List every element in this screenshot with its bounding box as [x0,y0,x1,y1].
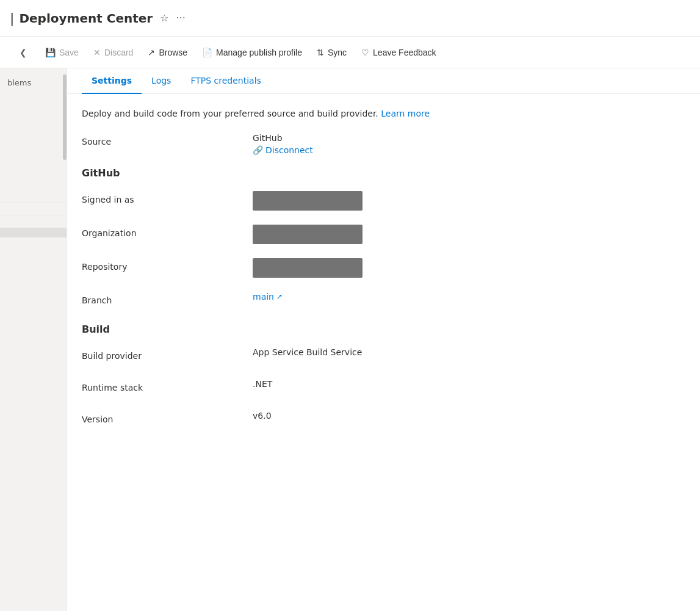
signed-in-as-label: Signed in as [82,191,253,204]
discard-icon: ✕ [93,48,101,57]
sync-icon: ⇅ [317,48,324,57]
title-area: | Deployment Center ☆ ··· [10,10,186,26]
main-layout: blems Settings Logs FTPS credentials Dep… [0,68,700,611]
sync-label: Sync [328,48,347,57]
scroll-indicator [63,74,67,160]
header-pipe: | [10,10,14,26]
runtime-stack-label: Runtime stack [82,379,253,392]
signed-in-as-placeholder [253,191,363,211]
version-label: Version [82,411,253,424]
save-label: Save [59,48,79,57]
tabs-bar: Settings Logs FTPS credentials [67,68,700,94]
source-value-text: GitHub [253,133,685,143]
version-value: v6.0 [253,411,685,421]
source-label: Source [82,133,253,146]
sync-button[interactable]: ⇅ Sync [311,44,353,61]
collapse-area: ❮ [10,45,37,60]
chevron-left-icon: ❮ [20,48,27,57]
branch-link[interactable]: main ↗ [253,292,685,302]
external-link-icon: ↗ [276,292,283,301]
sidebar-content: blems [0,68,67,242]
repository-row: Repository [82,258,685,280]
manage-publish-label: Manage publish profile [216,48,302,57]
organization-placeholder [253,225,363,244]
disconnect-icon: 🔗 [253,145,263,155]
feedback-icon: ♡ [361,48,369,57]
organization-label: Organization [82,225,253,238]
signed-in-as-row: Signed in as [82,191,685,212]
learn-more-link[interactable]: Learn more [381,109,430,118]
browse-label: Browse [159,48,187,57]
manage-publish-button[interactable]: 📄 Manage publish profile [196,44,308,61]
discard-label: Discard [104,48,133,57]
collapse-sidebar-button[interactable]: ❮ [15,45,32,60]
build-provider-row: Build provider App Service Build Service [82,347,685,367]
runtime-stack-value: .NET [253,379,685,389]
organization-value [253,225,685,246]
repository-value [253,258,685,280]
discard-button[interactable]: ✕ Discard [87,44,139,61]
tab-settings[interactable]: Settings [82,68,142,94]
build-section-header: Build [82,324,685,335]
save-icon: 💾 [45,48,56,57]
more-options-icon[interactable]: ··· [176,12,186,24]
build-provider-value: App Service Build Service [253,347,685,357]
tab-logs[interactable]: Logs [142,68,181,94]
favorite-icon[interactable]: ☆ [160,12,168,24]
build-provider-label: Build provider [82,347,253,361]
github-section-header: GitHub [82,167,685,179]
version-row: Version v6.0 [82,411,685,430]
disconnect-link[interactable]: 🔗 Disconnect [253,145,685,155]
repository-label: Repository [82,258,253,272]
source-row: Source GitHub 🔗 Disconnect [82,133,685,155]
sidebar-item-active[interactable] [0,228,67,237]
page-title: Deployment Center [19,11,153,26]
branch-label: Branch [82,292,253,305]
sidebar: blems [0,68,67,611]
leave-feedback-label: Leave Feedback [373,48,436,57]
signed-in-as-value [253,191,685,212]
source-value: GitHub 🔗 Disconnect [253,133,685,155]
description-text: Deploy and build code from your preferre… [82,109,685,118]
toolbar: ❮ 💾 Save ✕ Discard ↗ Browse 📄 Manage pub… [0,37,700,68]
sidebar-item-problems: blems [0,73,67,92]
save-button[interactable]: 💾 Save [39,44,85,61]
browse-button[interactable]: ↗ Browse [142,44,193,61]
page-header: | Deployment Center ☆ ··· [0,0,700,37]
manage-publish-icon: 📄 [202,48,212,57]
runtime-stack-row: Runtime stack .NET [82,379,685,399]
leave-feedback-button[interactable]: ♡ Leave Feedback [355,44,442,61]
repository-placeholder [253,258,363,278]
organization-row: Organization [82,225,685,246]
branch-value-text: main [253,292,274,302]
browse-icon: ↗ [148,48,155,57]
settings-content: Deploy and build code from your preferre… [67,94,700,457]
branch-row: Branch main ↗ [82,292,685,311]
main-content: Settings Logs FTPS credentials Deploy an… [67,68,700,611]
branch-value: main ↗ [253,292,685,302]
tab-ftps-credentials[interactable]: FTPS credentials [181,68,270,94]
